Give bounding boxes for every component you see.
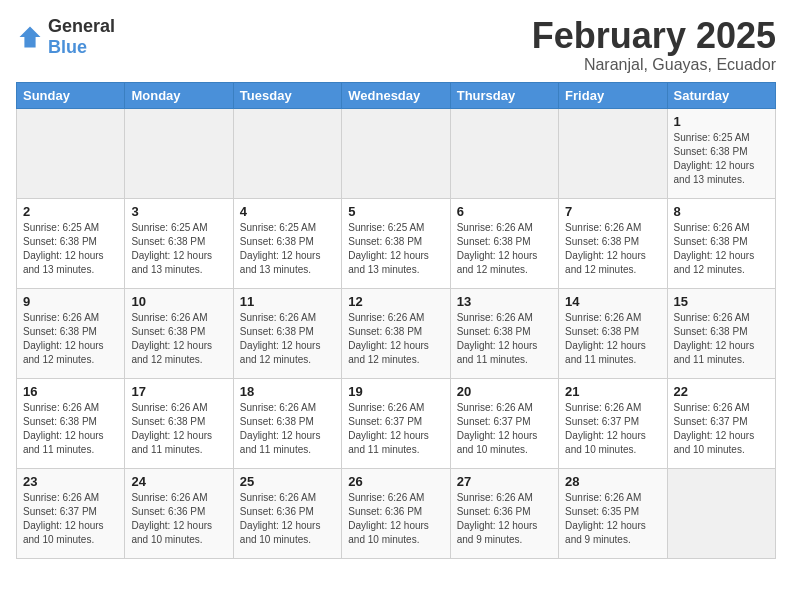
day-number: 1 xyxy=(674,114,769,129)
day-number: 20 xyxy=(457,384,552,399)
month-title: February 2025 xyxy=(532,16,776,56)
location-title: Naranjal, Guayas, Ecuador xyxy=(532,56,776,74)
title-area: February 2025 Naranjal, Guayas, Ecuador xyxy=(532,16,776,74)
day-number: 7 xyxy=(565,204,660,219)
day-info: Sunrise: 6:26 AMSunset: 6:37 PMDaylight:… xyxy=(457,401,552,457)
calendar-week-row: 2Sunrise: 6:25 AMSunset: 6:38 PMDaylight… xyxy=(17,198,776,288)
calendar-cell xyxy=(559,108,667,198)
day-info: Sunrise: 6:26 AMSunset: 6:38 PMDaylight:… xyxy=(565,311,660,367)
calendar-cell: 14Sunrise: 6:26 AMSunset: 6:38 PMDayligh… xyxy=(559,288,667,378)
day-info: Sunrise: 6:26 AMSunset: 6:36 PMDaylight:… xyxy=(457,491,552,547)
calendar-cell: 27Sunrise: 6:26 AMSunset: 6:36 PMDayligh… xyxy=(450,468,558,558)
day-info: Sunrise: 6:25 AMSunset: 6:38 PMDaylight:… xyxy=(131,221,226,277)
day-info: Sunrise: 6:26 AMSunset: 6:38 PMDaylight:… xyxy=(674,311,769,367)
calendar-cell: 19Sunrise: 6:26 AMSunset: 6:37 PMDayligh… xyxy=(342,378,450,468)
day-number: 4 xyxy=(240,204,335,219)
calendar-week-row: 23Sunrise: 6:26 AMSunset: 6:37 PMDayligh… xyxy=(17,468,776,558)
day-number: 27 xyxy=(457,474,552,489)
day-info: Sunrise: 6:26 AMSunset: 6:38 PMDaylight:… xyxy=(240,401,335,457)
calendar-cell: 11Sunrise: 6:26 AMSunset: 6:38 PMDayligh… xyxy=(233,288,341,378)
day-number: 26 xyxy=(348,474,443,489)
day-info: Sunrise: 6:25 AMSunset: 6:38 PMDaylight:… xyxy=(240,221,335,277)
calendar-cell: 9Sunrise: 6:26 AMSunset: 6:38 PMDaylight… xyxy=(17,288,125,378)
day-info: Sunrise: 6:26 AMSunset: 6:38 PMDaylight:… xyxy=(457,311,552,367)
calendar-week-row: 16Sunrise: 6:26 AMSunset: 6:38 PMDayligh… xyxy=(17,378,776,468)
calendar-cell: 12Sunrise: 6:26 AMSunset: 6:38 PMDayligh… xyxy=(342,288,450,378)
calendar-cell: 8Sunrise: 6:26 AMSunset: 6:38 PMDaylight… xyxy=(667,198,775,288)
day-info: Sunrise: 6:26 AMSunset: 6:37 PMDaylight:… xyxy=(23,491,118,547)
day-number: 14 xyxy=(565,294,660,309)
calendar-cell xyxy=(342,108,450,198)
weekday-header: Saturday xyxy=(667,82,775,108)
weekday-header: Thursday xyxy=(450,82,558,108)
calendar-cell: 7Sunrise: 6:26 AMSunset: 6:38 PMDaylight… xyxy=(559,198,667,288)
logo-general: General xyxy=(48,16,115,36)
calendar-cell: 28Sunrise: 6:26 AMSunset: 6:35 PMDayligh… xyxy=(559,468,667,558)
calendar-cell xyxy=(17,108,125,198)
day-number: 5 xyxy=(348,204,443,219)
day-info: Sunrise: 6:26 AMSunset: 6:38 PMDaylight:… xyxy=(457,221,552,277)
calendar-cell: 20Sunrise: 6:26 AMSunset: 6:37 PMDayligh… xyxy=(450,378,558,468)
day-info: Sunrise: 6:25 AMSunset: 6:38 PMDaylight:… xyxy=(674,131,769,187)
day-info: Sunrise: 6:26 AMSunset: 6:36 PMDaylight:… xyxy=(348,491,443,547)
calendar-cell: 25Sunrise: 6:26 AMSunset: 6:36 PMDayligh… xyxy=(233,468,341,558)
day-number: 6 xyxy=(457,204,552,219)
calendar-cell: 17Sunrise: 6:26 AMSunset: 6:38 PMDayligh… xyxy=(125,378,233,468)
calendar-cell: 2Sunrise: 6:25 AMSunset: 6:38 PMDaylight… xyxy=(17,198,125,288)
weekday-header: Tuesday xyxy=(233,82,341,108)
day-info: Sunrise: 6:26 AMSunset: 6:38 PMDaylight:… xyxy=(131,401,226,457)
calendar-cell: 10Sunrise: 6:26 AMSunset: 6:38 PMDayligh… xyxy=(125,288,233,378)
weekday-header-row: SundayMondayTuesdayWednesdayThursdayFrid… xyxy=(17,82,776,108)
day-info: Sunrise: 6:26 AMSunset: 6:38 PMDaylight:… xyxy=(565,221,660,277)
svg-marker-0 xyxy=(20,27,41,48)
day-number: 8 xyxy=(674,204,769,219)
calendar-cell: 21Sunrise: 6:26 AMSunset: 6:37 PMDayligh… xyxy=(559,378,667,468)
calendar-cell: 6Sunrise: 6:26 AMSunset: 6:38 PMDaylight… xyxy=(450,198,558,288)
day-number: 25 xyxy=(240,474,335,489)
calendar-cell: 15Sunrise: 6:26 AMSunset: 6:38 PMDayligh… xyxy=(667,288,775,378)
calendar-cell: 13Sunrise: 6:26 AMSunset: 6:38 PMDayligh… xyxy=(450,288,558,378)
weekday-header: Sunday xyxy=(17,82,125,108)
calendar-table: SundayMondayTuesdayWednesdayThursdayFrid… xyxy=(16,82,776,559)
day-number: 9 xyxy=(23,294,118,309)
day-info: Sunrise: 6:26 AMSunset: 6:38 PMDaylight:… xyxy=(23,401,118,457)
calendar-cell: 3Sunrise: 6:25 AMSunset: 6:38 PMDaylight… xyxy=(125,198,233,288)
calendar-cell: 24Sunrise: 6:26 AMSunset: 6:36 PMDayligh… xyxy=(125,468,233,558)
day-number: 2 xyxy=(23,204,118,219)
page-header: General Blue February 2025 Naranjal, Gua… xyxy=(16,16,776,74)
day-info: Sunrise: 6:26 AMSunset: 6:36 PMDaylight:… xyxy=(131,491,226,547)
calendar-week-row: 1Sunrise: 6:25 AMSunset: 6:38 PMDaylight… xyxy=(17,108,776,198)
weekday-header: Monday xyxy=(125,82,233,108)
day-number: 17 xyxy=(131,384,226,399)
day-info: Sunrise: 6:26 AMSunset: 6:36 PMDaylight:… xyxy=(240,491,335,547)
day-number: 22 xyxy=(674,384,769,399)
day-number: 21 xyxy=(565,384,660,399)
day-number: 24 xyxy=(131,474,226,489)
day-info: Sunrise: 6:26 AMSunset: 6:38 PMDaylight:… xyxy=(23,311,118,367)
day-info: Sunrise: 6:26 AMSunset: 6:37 PMDaylight:… xyxy=(565,401,660,457)
day-info: Sunrise: 6:25 AMSunset: 6:38 PMDaylight:… xyxy=(348,221,443,277)
calendar-cell: 26Sunrise: 6:26 AMSunset: 6:36 PMDayligh… xyxy=(342,468,450,558)
calendar-cell xyxy=(450,108,558,198)
day-info: Sunrise: 6:26 AMSunset: 6:38 PMDaylight:… xyxy=(131,311,226,367)
calendar-cell xyxy=(125,108,233,198)
day-number: 28 xyxy=(565,474,660,489)
day-number: 15 xyxy=(674,294,769,309)
calendar-cell: 18Sunrise: 6:26 AMSunset: 6:38 PMDayligh… xyxy=(233,378,341,468)
calendar-cell xyxy=(667,468,775,558)
day-info: Sunrise: 6:25 AMSunset: 6:38 PMDaylight:… xyxy=(23,221,118,277)
weekday-header: Friday xyxy=(559,82,667,108)
calendar-cell: 22Sunrise: 6:26 AMSunset: 6:37 PMDayligh… xyxy=(667,378,775,468)
day-number: 10 xyxy=(131,294,226,309)
day-number: 11 xyxy=(240,294,335,309)
day-info: Sunrise: 6:26 AMSunset: 6:35 PMDaylight:… xyxy=(565,491,660,547)
day-info: Sunrise: 6:26 AMSunset: 6:38 PMDaylight:… xyxy=(348,311,443,367)
day-number: 18 xyxy=(240,384,335,399)
day-number: 12 xyxy=(348,294,443,309)
calendar-cell: 5Sunrise: 6:25 AMSunset: 6:38 PMDaylight… xyxy=(342,198,450,288)
logo-text: General Blue xyxy=(48,16,115,58)
logo-blue: Blue xyxy=(48,37,87,57)
weekday-header: Wednesday xyxy=(342,82,450,108)
day-number: 16 xyxy=(23,384,118,399)
calendar-cell: 1Sunrise: 6:25 AMSunset: 6:38 PMDaylight… xyxy=(667,108,775,198)
